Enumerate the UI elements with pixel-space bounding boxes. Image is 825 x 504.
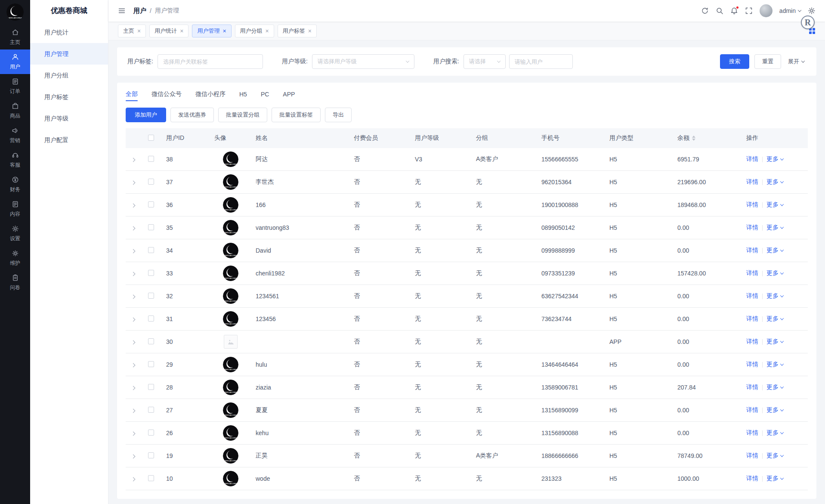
user-avatar-header[interactable]: [760, 4, 772, 17]
detail-link[interactable]: 详情: [746, 247, 758, 254]
row-checkbox[interactable]: [148, 224, 154, 230]
row-expand-icon[interactable]: [130, 364, 135, 367]
detail-link[interactable]: 详情: [746, 292, 758, 300]
detail-link[interactable]: 详情: [746, 429, 758, 437]
row-expand-icon[interactable]: [130, 432, 135, 435]
row-checkbox[interactable]: [148, 293, 154, 299]
detail-link[interactable]: 详情: [746, 269, 758, 277]
more-link[interactable]: 更多: [766, 338, 783, 346]
detail-link[interactable]: 详情: [746, 475, 758, 482]
rail-item-home[interactable]: 主页: [0, 25, 30, 49]
sort-asc-icon[interactable]: [692, 136, 695, 138]
detail-link[interactable]: 详情: [746, 201, 758, 209]
row-checkbox[interactable]: [148, 270, 154, 276]
more-link[interactable]: 更多: [766, 247, 783, 254]
user-search-input[interactable]: [509, 54, 573, 69]
more-link[interactable]: 更多: [766, 224, 783, 232]
batch-set-group-button[interactable]: 批量设置分组: [218, 108, 267, 122]
detail-link[interactable]: 详情: [746, 338, 758, 346]
more-link[interactable]: 更多: [766, 201, 783, 209]
more-link[interactable]: 更多: [766, 475, 783, 482]
user-search-type-select[interactable]: 请选择: [463, 54, 506, 69]
rail-item-goods[interactable]: 商品: [0, 99, 30, 123]
search-icon[interactable]: [716, 7, 723, 15]
add-user-button[interactable]: 添加用户: [126, 108, 166, 122]
row-checkbox[interactable]: [148, 338, 154, 344]
close-icon[interactable]: ×: [137, 28, 141, 34]
more-link[interactable]: 更多: [766, 452, 783, 460]
user-tag-input[interactable]: [158, 54, 263, 69]
expand-filters-button[interactable]: 展开: [786, 54, 806, 69]
sidebar-item-user-management[interactable]: 用户管理: [30, 43, 108, 65]
tab-home[interactable]: 主页 ×: [118, 25, 146, 37]
send-coupon-button[interactable]: 发送优惠券: [170, 108, 214, 122]
more-link[interactable]: 更多: [766, 155, 783, 163]
rail-item-service[interactable]: 客服: [0, 148, 30, 172]
more-link[interactable]: 更多: [766, 429, 783, 437]
row-checkbox[interactable]: [148, 452, 154, 458]
sidebar-item-user-config[interactable]: 用户配置: [30, 129, 108, 151]
more-link[interactable]: 更多: [766, 269, 783, 277]
more-link[interactable]: 更多: [766, 315, 783, 323]
type-tab-wechat-mini[interactable]: 微信小程序: [195, 83, 226, 106]
type-tab-h5[interactable]: H5: [239, 83, 247, 106]
search-button[interactable]: 搜索: [720, 54, 749, 69]
export-button[interactable]: 导出: [325, 108, 352, 122]
more-link[interactable]: 更多: [766, 383, 783, 391]
row-checkbox[interactable]: [148, 475, 154, 481]
row-checkbox[interactable]: [148, 407, 154, 413]
more-link[interactable]: 更多: [766, 406, 783, 414]
row-expand-icon[interactable]: [130, 250, 135, 253]
menu-collapse-icon[interactable]: [118, 7, 126, 15]
tab-user-tags[interactable]: 用户标签 ×: [278, 25, 317, 37]
batch-set-tag-button[interactable]: 批量设置标签: [272, 108, 321, 122]
type-tab-wechat-official[interactable]: 微信公众号: [151, 83, 182, 106]
type-tab-app[interactable]: APP: [283, 83, 295, 106]
sidebar-item-user-stats[interactable]: 用户统计: [30, 22, 108, 43]
row-expand-icon[interactable]: [130, 227, 135, 230]
row-checkbox[interactable]: [148, 247, 154, 253]
sidebar-item-user-groups[interactable]: 用户分组: [30, 65, 108, 86]
more-link[interactable]: 更多: [766, 292, 783, 300]
detail-link[interactable]: 详情: [746, 224, 758, 232]
row-expand-icon[interactable]: [130, 409, 135, 412]
tab-user-groups[interactable]: 用户分组 ×: [235, 25, 274, 37]
row-checkbox[interactable]: [148, 384, 154, 390]
type-tab-pc[interactable]: PC: [261, 83, 269, 106]
reset-button[interactable]: 重置: [754, 54, 781, 69]
row-expand-icon[interactable]: [130, 341, 135, 344]
fullscreen-icon[interactable]: [745, 7, 753, 15]
close-icon[interactable]: ×: [222, 28, 226, 34]
tab-user-management[interactable]: 用户管理 ×: [192, 25, 231, 37]
rail-item-orders[interactable]: 订单: [0, 74, 30, 99]
breadcrumb-root[interactable]: 用户: [133, 7, 146, 15]
sidebar-item-user-tags[interactable]: 用户标签: [30, 86, 108, 108]
detail-link[interactable]: 详情: [746, 383, 758, 391]
type-tab-all[interactable]: 全部: [126, 83, 138, 106]
row-checkbox[interactable]: [148, 361, 154, 367]
rail-item-content[interactable]: 内容: [0, 197, 30, 221]
row-checkbox[interactable]: [148, 156, 154, 162]
row-expand-icon[interactable]: [130, 455, 135, 458]
sidebar-item-user-levels[interactable]: 用户等级: [30, 108, 108, 129]
sort-icons[interactable]: [692, 136, 695, 141]
detail-link[interactable]: 详情: [746, 361, 758, 368]
detail-link[interactable]: 详情: [746, 155, 758, 163]
settings-gear-icon[interactable]: [808, 7, 816, 15]
more-link[interactable]: 更多: [766, 178, 783, 186]
account-menu[interactable]: admin: [779, 7, 801, 14]
sort-desc-icon[interactable]: [692, 139, 695, 141]
rail-item-maintenance[interactable]: 维护: [0, 246, 30, 270]
rail-item-marketing[interactable]: 营销: [0, 123, 30, 148]
row-expand-icon[interactable]: [130, 158, 135, 161]
row-expand-icon[interactable]: [130, 181, 135, 184]
detail-link[interactable]: 详情: [746, 452, 758, 460]
tab-user-stats[interactable]: 用户统计 ×: [149, 25, 188, 37]
close-icon[interactable]: ×: [308, 28, 312, 34]
row-expand-icon[interactable]: [130, 387, 135, 390]
row-checkbox[interactable]: [148, 201, 154, 207]
row-checkbox[interactable]: [148, 315, 154, 322]
more-link[interactable]: 更多: [766, 361, 783, 368]
row-expand-icon[interactable]: [130, 295, 135, 298]
detail-link[interactable]: 详情: [746, 315, 758, 323]
